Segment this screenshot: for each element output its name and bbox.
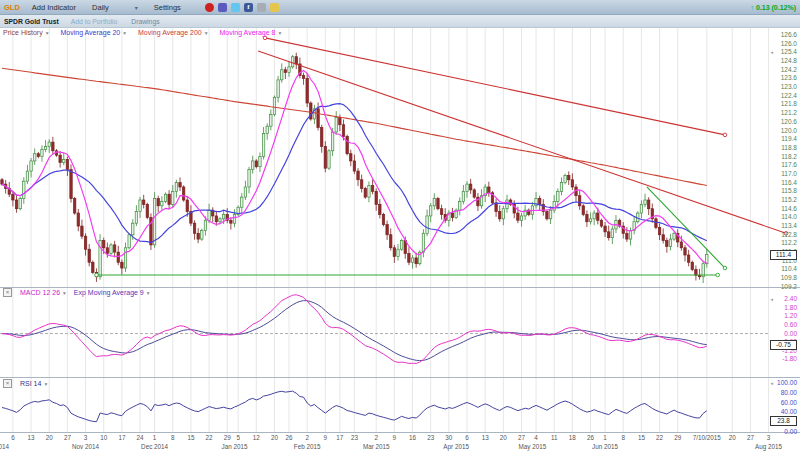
svg-text:20: 20: [729, 434, 737, 441]
indicator-price-history[interactable]: Price History▾: [3, 29, 48, 36]
svg-text:13: 13: [28, 434, 36, 441]
last-price-box: 111.4: [770, 250, 797, 260]
indicator-ma20[interactable]: Moving Average 20▾: [60, 29, 126, 36]
svg-text:18: 18: [569, 434, 577, 441]
indicator-rsi[interactable]: RSI 14▾: [20, 380, 47, 387]
svg-text:117.0: 117.0: [781, 170, 797, 177]
svg-text:Jun 2015: Jun 2015: [592, 443, 618, 450]
svg-text:122.4: 122.4: [781, 92, 798, 99]
drawings-link[interactable]: Drawings: [131, 18, 159, 25]
indicator-label: RSI 14: [20, 380, 41, 387]
svg-text:112.2: 112.2: [781, 239, 797, 246]
svg-text:124.8: 124.8: [781, 57, 798, 64]
indicator-ma200[interactable]: Moving Average 200▾: [138, 29, 207, 36]
svg-text:20: 20: [46, 434, 54, 441]
chevron-down-icon: ▾: [63, 290, 66, 296]
svg-text:17: 17: [336, 434, 344, 441]
svg-text:20: 20: [271, 434, 279, 441]
macd-value-box: -0.75: [770, 340, 797, 350]
camera-icon[interactable]: [257, 3, 266, 12]
chevron-down-icon: ▾: [123, 30, 126, 36]
svg-text:17: 17: [118, 434, 126, 441]
svg-text:22: 22: [656, 434, 664, 441]
svg-text:126.6: 126.6: [781, 31, 798, 38]
indicator-label: Price History: [3, 29, 43, 36]
svg-text:100.00: 100.00: [777, 379, 797, 386]
symbol-ticker[interactable]: GLD: [4, 3, 20, 12]
svg-text:1: 1: [153, 434, 157, 441]
svg-text:3: 3: [84, 434, 88, 441]
period-dropdown[interactable]: Daily▾: [92, 3, 138, 12]
svg-text:Dec 2014: Dec 2014: [141, 443, 168, 450]
svg-text:109.8: 109.8: [781, 274, 798, 281]
svg-text:123.6: 123.6: [781, 74, 798, 81]
twitter-icon[interactable]: [231, 3, 240, 12]
chevron-down-icon: ▾: [205, 30, 208, 36]
close-rsi-panel-button[interactable]: ×: [3, 379, 12, 388]
svg-text:23: 23: [351, 434, 359, 441]
svg-text:Jan 2015: Jan 2015: [222, 443, 248, 450]
svg-text:120.6: 120.6: [781, 118, 798, 125]
macd-panel-header: × MACD 12 26▾ Exp Moving Average 9▾: [3, 288, 150, 297]
chevron-down-icon: ▾: [46, 30, 49, 36]
svg-text:114.0: 114.0: [781, 213, 797, 220]
svg-text:27: 27: [64, 434, 72, 441]
svg-text:15: 15: [187, 434, 195, 441]
svg-text:27: 27: [518, 434, 526, 441]
svg-text:121.2: 121.2: [781, 109, 798, 116]
share-icons: f: [205, 3, 279, 12]
svg-text:Apr 2015: Apr 2015: [443, 443, 469, 451]
svg-text:114.6: 114.6: [781, 205, 797, 212]
svg-text:9: 9: [324, 434, 328, 441]
svg-text:120.0: 120.0: [781, 127, 798, 134]
svg-text:109.2: 109.2: [781, 283, 798, 290]
svg-text:29: 29: [674, 434, 682, 441]
chart-canvas[interactable]: 126.6126.0125.4124.8124.2123.6123.0122.4…: [0, 0, 800, 456]
svg-text:26: 26: [587, 434, 595, 441]
svg-text:6: 6: [11, 434, 15, 441]
close-macd-panel-button[interactable]: ×: [3, 288, 12, 297]
svg-text:125.4: 125.4: [781, 48, 798, 55]
svg-text:16: 16: [409, 434, 417, 441]
red-badge-icon[interactable]: [205, 3, 214, 12]
settings-button[interactable]: Settings: [154, 3, 181, 12]
email-icon[interactable]: [270, 3, 279, 12]
svg-text:0.00: 0.00: [784, 428, 797, 435]
rsi-panel-header: × RSI 14▾: [3, 379, 47, 388]
svg-text:113.4: 113.4: [781, 222, 797, 229]
svg-text:60.00: 60.00: [781, 399, 798, 406]
blue-cube-icon[interactable]: [218, 3, 227, 12]
svg-text:2.40: 2.40: [784, 295, 797, 302]
svg-text:123.0: 123.0: [781, 83, 798, 90]
svg-text:115.8: 115.8: [781, 187, 797, 194]
svg-text:9: 9: [393, 434, 397, 441]
svg-text:1.20: 1.20: [784, 312, 797, 319]
svg-text:6: 6: [465, 434, 469, 441]
period-value: Daily: [92, 3, 109, 12]
svg-text:8: 8: [171, 434, 175, 441]
svg-text:5: 5: [236, 434, 240, 441]
svg-text:8: 8: [621, 434, 625, 441]
svg-text:2014: 2014: [0, 443, 9, 450]
change-value: 0.13 (0.12%): [756, 4, 796, 11]
svg-text:Mar 2015: Mar 2015: [363, 443, 390, 450]
svg-text:10: 10: [100, 434, 108, 441]
indicator-macd[interactable]: MACD 12 26▾: [20, 289, 66, 296]
chevron-down-icon: ▾: [147, 290, 150, 296]
indicator-macd-signal[interactable]: Exp Moving Average 9▾: [74, 289, 150, 296]
svg-text:124.2: 124.2: [781, 66, 798, 73]
facebook-icon[interactable]: f: [244, 3, 253, 12]
chevron-down-icon: ▾: [135, 5, 138, 11]
svg-text:2: 2: [374, 434, 378, 441]
svg-text:115.2: 115.2: [781, 196, 797, 203]
svg-text:30: 30: [445, 434, 453, 441]
main-toolbar: GLD Add Indicator Daily▾ Settings f ↑0.1…: [0, 0, 800, 15]
svg-text:4: 4: [534, 434, 538, 441]
price-change: ↑0.13 (0.12%): [750, 4, 796, 11]
chart-area[interactable]: 126.6126.0125.4124.8124.2123.6123.0122.4…: [0, 0, 800, 456]
add-to-portfolio-link[interactable]: Add to Portfolio: [71, 18, 117, 25]
svg-text:15: 15: [638, 434, 646, 441]
add-indicator-button[interactable]: Add Indicator: [32, 3, 76, 12]
svg-text:118.8: 118.8: [781, 144, 797, 151]
indicator-ma8[interactable]: Moving Average 8▾: [220, 29, 282, 36]
